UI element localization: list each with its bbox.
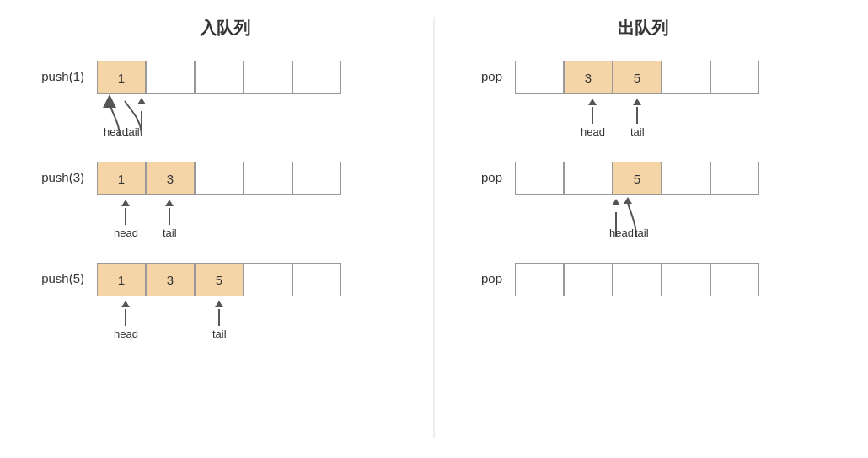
main-container: 入队列 push(1) 1 xyxy=(0,0,868,458)
push1-label: push(1) xyxy=(25,61,84,83)
box xyxy=(244,263,292,296)
box xyxy=(292,162,341,195)
pop1-arrows: head tail xyxy=(515,94,759,138)
box: 1 xyxy=(97,263,146,296)
pop1-row: pop 3 5 head xyxy=(443,61,843,138)
pop3-row: pop xyxy=(443,263,843,296)
box xyxy=(292,263,341,296)
pop3-boxes xyxy=(515,263,759,296)
pop3-queue xyxy=(515,263,759,296)
box xyxy=(662,61,710,94)
pop1-label: pop xyxy=(443,61,502,83)
box xyxy=(662,263,710,296)
right-title: 出队列 xyxy=(618,17,668,40)
box xyxy=(710,61,759,94)
push3-head-arrow: head xyxy=(114,200,138,239)
push3-row: push(3) 1 3 head xyxy=(25,162,425,239)
push3-label: push(3) xyxy=(25,162,84,184)
left-section: 入队列 push(1) 1 xyxy=(25,17,425,441)
box xyxy=(292,61,341,94)
box xyxy=(146,61,195,94)
box: 1 xyxy=(97,162,146,195)
box xyxy=(515,162,564,195)
pop1-head-arrow: head xyxy=(581,99,605,138)
push5-boxes: 1 3 5 xyxy=(97,263,341,296)
push1-tail-label: tail xyxy=(126,125,140,138)
pop2-label: pop xyxy=(443,162,502,184)
pop1-boxes: 3 5 xyxy=(515,61,759,94)
box xyxy=(710,162,759,195)
push5-row: push(5) 1 3 5 head xyxy=(25,263,425,340)
pop2-queue: 5 head tail xyxy=(515,162,759,239)
push3-arrows: head tail xyxy=(97,195,341,239)
left-title: 入队列 xyxy=(200,17,250,40)
push1-head-label: head xyxy=(104,125,128,138)
box xyxy=(710,263,759,296)
box: 5 xyxy=(195,263,244,296)
pop2-boxes: 5 xyxy=(515,162,759,195)
svg-marker-3 xyxy=(612,199,620,205)
box xyxy=(564,162,613,195)
box xyxy=(515,263,564,296)
push5-arrows: head tail xyxy=(97,296,341,340)
push1-queue: 1 xyxy=(97,61,341,138)
push1-arrows: head tail xyxy=(97,94,341,138)
push1-boxes: 1 xyxy=(97,61,341,94)
pop2-row: pop 5 xyxy=(443,162,843,239)
right-rows: pop 3 5 head xyxy=(443,56,843,312)
box xyxy=(613,263,662,296)
box xyxy=(662,162,710,195)
push3-tail-arrow: tail xyxy=(163,200,177,239)
left-rows: push(1) 1 xyxy=(25,56,425,355)
svg-marker-4 xyxy=(624,197,632,204)
pop3-label: pop xyxy=(443,263,502,285)
push5-tail-arrow: tail xyxy=(212,301,227,340)
box: 3 xyxy=(146,162,195,195)
pop2-tail-label: tail xyxy=(635,226,649,239)
box: 1 xyxy=(97,61,146,94)
box: 3 xyxy=(146,263,195,296)
pop1-tail-arrow: tail xyxy=(630,99,645,138)
box xyxy=(195,162,244,195)
box xyxy=(244,162,292,195)
right-section: 出队列 pop 3 5 xyxy=(443,17,843,441)
push5-label: push(5) xyxy=(25,263,84,285)
box xyxy=(564,263,613,296)
box: 5 xyxy=(613,61,662,94)
box: 3 xyxy=(564,61,613,94)
box xyxy=(515,61,564,94)
box xyxy=(195,61,244,94)
pop2-head-label: head xyxy=(609,226,634,239)
box xyxy=(244,61,292,94)
push1-row: push(1) 1 xyxy=(25,61,425,138)
push3-queue: 1 3 head xyxy=(97,162,341,239)
box: 5 xyxy=(613,162,662,195)
push5-queue: 1 3 5 head xyxy=(97,263,341,340)
pop1-queue: 3 5 head tail xyxy=(515,61,759,138)
pop2-arrows: head tail xyxy=(515,195,759,239)
push5-head-arrow: head xyxy=(114,301,138,340)
svg-marker-1 xyxy=(137,98,146,104)
section-divider xyxy=(433,17,435,438)
push3-boxes: 1 3 xyxy=(97,162,341,195)
